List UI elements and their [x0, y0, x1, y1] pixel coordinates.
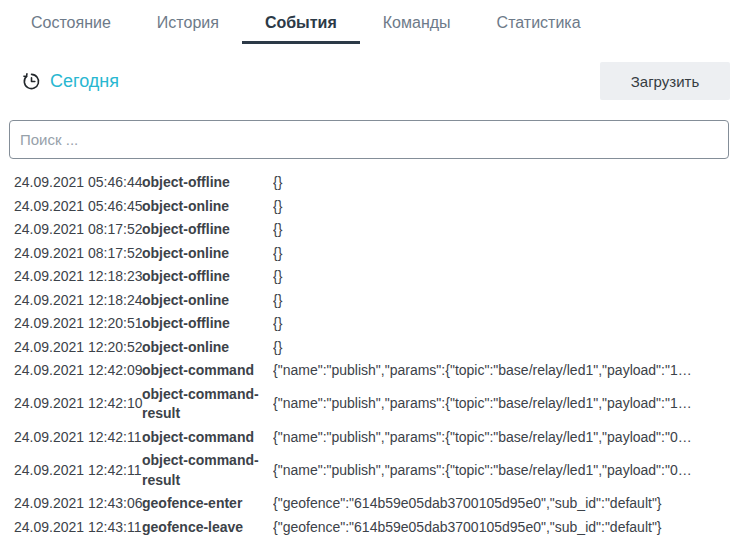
event-type: object-online: [142, 242, 273, 266]
event-type: object-online: [142, 336, 273, 360]
event-payload: {}: [273, 336, 730, 360]
event-time: 24.09.2021 12:42:10: [0, 383, 142, 426]
event-time: 24.09.2021 12:42:11: [0, 449, 142, 492]
period-selector[interactable]: Сегодня: [9, 71, 119, 92]
search-bar: [9, 120, 729, 159]
tab-events[interactable]: События: [242, 0, 360, 44]
period-label: Сегодня: [50, 71, 119, 92]
tab-commands[interactable]: Команды: [360, 0, 474, 44]
event-type: object-command: [142, 426, 273, 450]
event-time: 24.09.2021 08:17:52: [0, 242, 142, 266]
event-row: 24.09.2021 12:18:23 object-offline {}: [0, 265, 730, 289]
event-payload: {}: [273, 171, 730, 195]
event-type: object-command-result: [142, 383, 273, 426]
event-row: 24.09.2021 12:42:09 object-command {"nam…: [0, 359, 730, 383]
event-payload: {"name":"publish","params":{"topic":"bas…: [273, 449, 730, 492]
tab-statistics[interactable]: Статистика: [474, 0, 604, 44]
event-payload: {}: [273, 289, 730, 313]
event-row: 24.09.2021 12:43:06 geofence-enter {"geo…: [0, 492, 730, 516]
event-time: 24.09.2021 12:20:51: [0, 312, 142, 336]
event-type: object-offline: [142, 171, 273, 195]
event-payload: {}: [273, 242, 730, 266]
event-row: 24.09.2021 08:17:52 object-online {}: [0, 242, 730, 266]
event-type: geofence-enter: [142, 492, 273, 516]
event-payload: {}: [273, 218, 730, 242]
history-clock-icon: [22, 72, 41, 91]
events-table: 24.09.2021 05:46:44 object-offline {} 24…: [0, 171, 730, 539]
event-row: 24.09.2021 12:20:52 object-online {}: [0, 336, 730, 360]
event-time: 24.09.2021 12:43:11: [0, 516, 142, 540]
event-row: 24.09.2021 12:42:11 object-command-resul…: [0, 449, 730, 492]
event-type: object-online: [142, 289, 273, 313]
event-type: object-offline: [142, 218, 273, 242]
event-type: geofence-leave: [142, 516, 273, 540]
event-type: object-online: [142, 195, 273, 219]
event-time: 24.09.2021 12:42:11: [0, 426, 142, 450]
event-type: object-offline: [142, 312, 273, 336]
event-payload: {}: [273, 265, 730, 289]
event-row: 24.09.2021 05:46:45 object-online {}: [0, 195, 730, 219]
event-payload: {"name":"publish","params":{"topic":"bas…: [273, 383, 730, 426]
event-payload: {}: [273, 312, 730, 336]
event-type: object-command-result: [142, 449, 273, 492]
event-row: 24.09.2021 08:17:52 object-offline {}: [0, 218, 730, 242]
event-row: 24.09.2021 12:42:11 object-command {"nam…: [0, 426, 730, 450]
tab-bar: Состояние История События Команды Статис…: [0, 0, 738, 44]
event-time: 24.09.2021 05:46:44: [0, 171, 142, 195]
event-time: 24.09.2021 12:43:06: [0, 492, 142, 516]
load-button[interactable]: Загрузить: [600, 62, 730, 100]
tab-state[interactable]: Состояние: [8, 0, 134, 44]
search-input[interactable]: [9, 120, 729, 159]
event-time: 24.09.2021 08:17:52: [0, 218, 142, 242]
event-time: 24.09.2021 12:18:24: [0, 289, 142, 313]
events-toolbar: Сегодня Загрузить: [9, 62, 730, 100]
event-row: 24.09.2021 05:46:44 object-offline {}: [0, 171, 730, 195]
tab-history[interactable]: История: [134, 0, 242, 44]
event-payload: {"name":"publish","params":{"topic":"bas…: [273, 359, 730, 383]
event-payload: {"geofence":"614b59e05dab3700105d95e0","…: [273, 492, 730, 516]
event-payload: {"geofence":"614b59e05dab3700105d95e0","…: [273, 516, 730, 540]
event-time: 24.09.2021 12:18:23: [0, 265, 142, 289]
event-time: 24.09.2021 05:46:45: [0, 195, 142, 219]
event-payload: {}: [273, 195, 730, 219]
event-type: object-offline: [142, 265, 273, 289]
event-row: 24.09.2021 12:43:11 geofence-leave {"geo…: [0, 516, 730, 540]
event-time: 24.09.2021 12:42:09: [0, 359, 142, 383]
event-row: 24.09.2021 12:20:51 object-offline {}: [0, 312, 730, 336]
event-row: 24.09.2021 12:42:10 object-command-resul…: [0, 383, 730, 426]
event-row: 24.09.2021 12:18:24 object-online {}: [0, 289, 730, 313]
event-time: 24.09.2021 12:20:52: [0, 336, 142, 360]
event-type: object-command: [142, 359, 273, 383]
event-payload: {"name":"publish","params":{"topic":"bas…: [273, 426, 730, 450]
